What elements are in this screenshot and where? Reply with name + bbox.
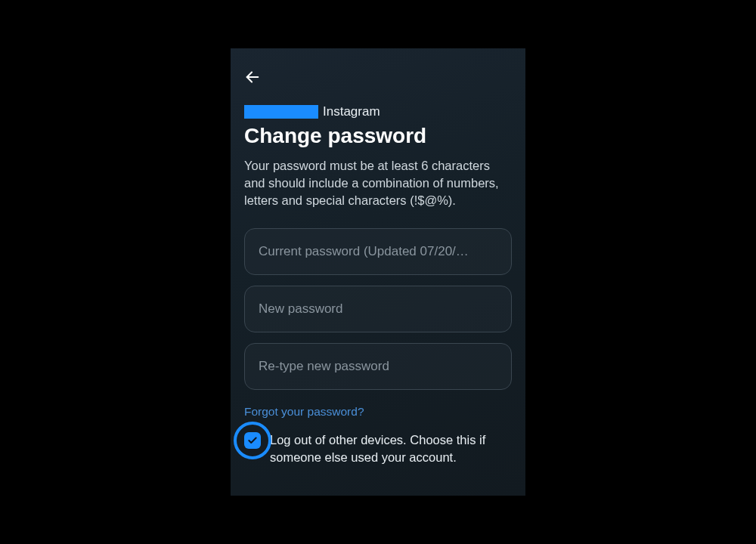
logout-devices-row: Log out of other devices. Choose this if… [244, 432, 512, 466]
logout-devices-label: Log out of other devices. Choose this if… [270, 431, 512, 466]
page-title: Change password [244, 124, 512, 148]
arrow-left-icon [244, 69, 261, 85]
logout-devices-checkbox[interactable] [244, 432, 261, 449]
change-password-screen: Instagram Change password Your password … [231, 48, 525, 496]
account-platform: Instagram [323, 104, 380, 119]
forgot-password-link[interactable]: Forgot your password? [244, 405, 512, 419]
password-requirements: Your password must be at least 6 charact… [244, 157, 512, 209]
account-line: Instagram [244, 104, 512, 119]
redacted-username [244, 105, 318, 119]
current-password-field[interactable] [244, 228, 512, 275]
check-icon [247, 435, 258, 446]
back-button[interactable] [244, 63, 271, 91]
retype-password-field[interactable] [244, 343, 512, 390]
new-password-field[interactable] [244, 286, 512, 332]
